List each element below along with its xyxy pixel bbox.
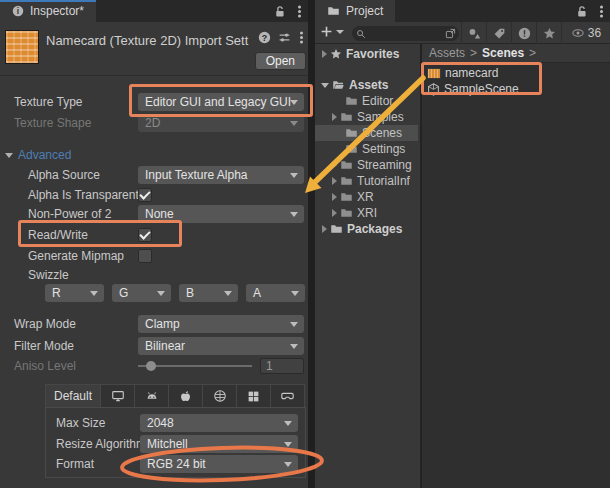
project-content: Assets > Scenes > namecard SampleScene: [420, 44, 610, 488]
swizzle-b-dropdown[interactable]: B: [179, 284, 238, 302]
swizzle-g-dropdown[interactable]: G: [112, 284, 171, 302]
folder-icon: [340, 159, 353, 171]
file-item-namecard[interactable]: namecard: [422, 65, 610, 81]
advanced-label: Advanced: [18, 148, 71, 162]
visible-items-counter[interactable]: 36: [561, 22, 610, 44]
tree-item-tutorialinfo[interactable]: TutorialInf: [315, 173, 418, 189]
collapse-arrow-icon[interactable]: [321, 83, 329, 88]
texture-type-row: Texture Type Editor GUI and Legacy GUI: [14, 93, 304, 111]
tree-item-xri[interactable]: XRI: [315, 205, 418, 221]
kebab-menu-icon[interactable]: [300, 36, 303, 39]
read-write-label: Read/Write: [14, 228, 138, 242]
plus-icon: [320, 25, 333, 38]
tree-item-editor[interactable]: Editor: [315, 93, 418, 109]
breadcrumb-separator: >: [470, 46, 477, 60]
non-power-of-2-dropdown[interactable]: None: [138, 205, 304, 223]
svg-text:i: i: [17, 7, 19, 16]
tree-item-settings[interactable]: Settings: [315, 141, 418, 157]
read-write-checkbox[interactable]: [138, 228, 152, 242]
tree-item-favorites[interactable]: Favorites: [315, 45, 418, 63]
tree-item-label: Assets: [349, 78, 388, 92]
file-item-samplescene[interactable]: SampleScene: [422, 81, 610, 97]
expand-arrow-icon[interactable]: [332, 193, 337, 201]
expand-arrow-icon[interactable]: [332, 209, 337, 217]
vr-goggles-icon: [280, 389, 295, 403]
generate-mipmap-checkbox[interactable]: [138, 249, 152, 263]
expand-arrow-icon[interactable]: [332, 113, 337, 121]
platform-tab-windows-store[interactable]: [237, 384, 271, 408]
texture-thumbnail: [5, 30, 39, 64]
tab-inspector[interactable]: i Inspector*: [0, 0, 96, 22]
tab-project-label: Project: [346, 4, 383, 18]
search-by-import-log-button[interactable]: [511, 22, 536, 44]
search-input[interactable]: [366, 28, 445, 40]
tree-item-samples[interactable]: Samples: [315, 109, 418, 125]
kebab-menu-icon[interactable]: [600, 10, 603, 13]
swizzle-row: Swizzle: [14, 266, 304, 284]
tree-item-label: Samples: [357, 110, 404, 124]
search-by-type-button[interactable]: [461, 22, 486, 44]
swizzle-a-value: A: [253, 286, 261, 300]
header-separator: [0, 75, 308, 76]
tree-item-scenes[interactable]: Scenes: [315, 125, 418, 141]
texture-type-dropdown[interactable]: Editor GUI and Legacy GUI: [138, 93, 304, 111]
platform-tab-vr[interactable]: [271, 384, 305, 408]
max-size-dropdown[interactable]: 2048: [140, 414, 298, 432]
alpha-is-transparent-label: Alpha Is Transparent: [14, 188, 138, 202]
resize-algorithm-label: Resize Algorithm: [56, 437, 140, 451]
folder-icon: [340, 175, 353, 187]
wrap-mode-dropdown[interactable]: Clamp: [138, 315, 304, 333]
kebab-menu-icon[interactable]: [298, 10, 301, 13]
tree-item-xr[interactable]: XR: [315, 189, 418, 205]
tree-item-label: Packages: [347, 222, 402, 236]
alpha-source-value: Input Texture Alpha: [145, 168, 248, 182]
platform-tab-ios[interactable]: [169, 384, 203, 408]
tree-item-streaming[interactable]: Streaming: [315, 157, 418, 173]
swizzle-label: Swizzle: [14, 268, 138, 282]
lock-icon[interactable]: [575, 5, 588, 18]
help-icon[interactable]: ?: [258, 31, 271, 44]
open-in-new-window-icon[interactable]: [445, 28, 456, 39]
tree-item-label: Editor: [362, 94, 393, 108]
presets-icon[interactable]: [278, 31, 291, 44]
expand-arrow-icon[interactable]: [332, 177, 337, 185]
create-asset-button[interactable]: [320, 25, 344, 38]
platform-tab-android[interactable]: [135, 384, 169, 408]
tree-item-label: XR: [357, 190, 374, 204]
folder-icon: [340, 191, 353, 203]
alpha-is-transparent-checkbox[interactable]: [138, 188, 152, 202]
filter-mode-dropdown[interactable]: Bilinear: [138, 337, 304, 355]
project-search[interactable]: [352, 26, 459, 41]
swizzle-r-dropdown[interactable]: R: [45, 284, 104, 302]
texture-type-label: Texture Type: [14, 95, 138, 109]
open-button[interactable]: Open: [255, 52, 306, 70]
tree-item-packages[interactable]: Packages: [315, 221, 418, 237]
platform-tab-embedded[interactable]: [203, 384, 237, 408]
aniso-level-slider: [138, 365, 252, 367]
inspector-window-buttons: [273, 0, 303, 22]
tab-inspector-label: Inspector*: [30, 4, 84, 18]
tab-project[interactable]: Project: [315, 0, 395, 22]
generate-mipmap-row: Generate Mipmap: [14, 247, 304, 265]
advanced-foldout[interactable]: Advanced: [5, 147, 71, 163]
non-power-of-2-value: None: [145, 207, 174, 221]
resize-algorithm-dropdown[interactable]: Mitchell: [140, 435, 298, 453]
alpha-source-dropdown[interactable]: Input Texture Alpha: [138, 166, 304, 184]
chevron-down-icon: [224, 291, 232, 296]
expand-arrow-icon[interactable]: [322, 50, 327, 58]
lock-icon[interactable]: [273, 5, 286, 18]
breadcrumb: Assets > Scenes >: [422, 44, 610, 63]
texture-shape-dropdown: 2D: [138, 114, 304, 132]
search-by-label-button[interactable]: [486, 22, 511, 44]
breadcrumb-root[interactable]: Assets: [429, 46, 465, 60]
project-window-buttons: [575, 0, 605, 22]
platform-tab-default[interactable]: Default: [45, 384, 101, 408]
breadcrumb-current[interactable]: Scenes: [482, 46, 524, 60]
format-dropdown[interactable]: RGB 24 bit: [140, 455, 298, 473]
expand-arrow-icon[interactable]: [332, 161, 337, 169]
tree-item-assets[interactable]: Assets: [315, 77, 418, 93]
favorites-filter-button[interactable]: [536, 22, 561, 44]
expand-arrow-icon[interactable]: [322, 225, 327, 233]
swizzle-a-dropdown[interactable]: A: [246, 284, 305, 302]
platform-tab-standalone[interactable]: [101, 384, 135, 408]
